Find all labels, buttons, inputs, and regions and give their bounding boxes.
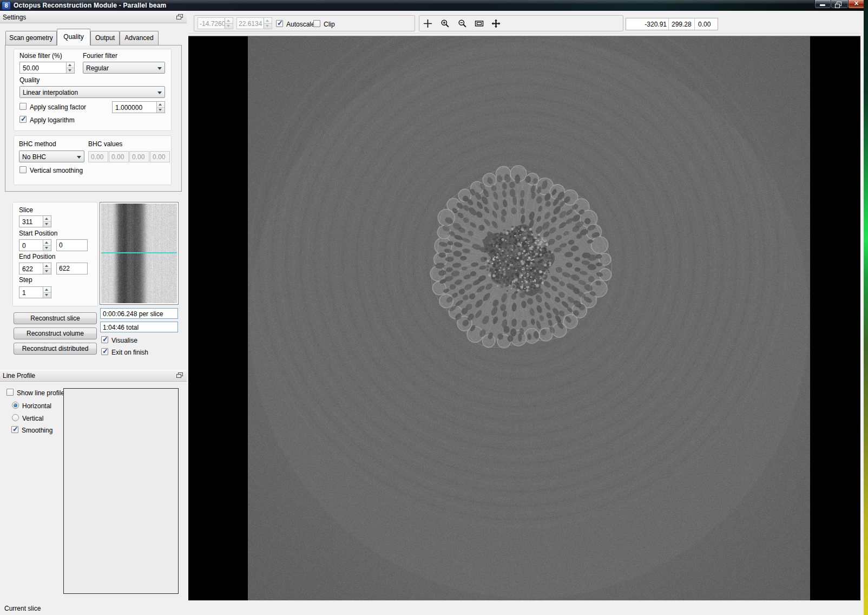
exit-on-finish-label: Exit on finish (111, 349, 148, 356)
app-icon[interactable]: 8 (2, 1, 11, 10)
tab-quality[interactable]: Quality (57, 29, 90, 45)
bhc-value-2[interactable]: 0.00 (109, 151, 129, 162)
quality-label: Quality (19, 76, 40, 84)
fourier-filter-select[interactable]: Regular (83, 62, 165, 74)
apply-scaling-checkbox[interactable] (19, 103, 27, 110)
zoom-in-icon[interactable] (440, 19, 450, 28)
vertical-label: Vertical (22, 415, 43, 422)
title-bar: 8 Octopus Reconstruction Module - Parall… (0, 0, 864, 11)
cursor-x-value: -320.91 (626, 18, 669, 30)
start-position-label: Start Position (19, 230, 57, 237)
range-max-input[interactable]: 22.6134 (236, 17, 272, 29)
settings-panel-header: Settings (0, 11, 187, 23)
horizontal-label: Horizontal (22, 402, 51, 410)
apply-logarithm-label: Apply logarithm (30, 116, 75, 124)
step-label: Step (19, 276, 32, 284)
settings-panel-title: Settings (3, 14, 26, 21)
vertical-radio[interactable] (12, 414, 19, 421)
spinner-buttons[interactable] (43, 287, 51, 298)
range-min-input[interactable]: -14.7260 (198, 17, 233, 29)
end-position-label: End Position (19, 253, 55, 260)
horizontal-radio[interactable] (12, 402, 19, 409)
reconstruct-volume-button[interactable]: Reconstruct volume (14, 328, 97, 339)
smoothing-checkbox[interactable] (11, 426, 18, 433)
vertical-smoothing-checkbox[interactable] (19, 166, 27, 173)
end-position-field2[interactable]: 622 (56, 263, 88, 274)
tab-advanced[interactable]: Advanced (120, 31, 159, 45)
reconstruct-slice-button[interactable]: Reconstruct slice (14, 312, 97, 324)
step-input[interactable]: 1 (19, 286, 51, 298)
visualise-label: Visualise (111, 337, 137, 344)
spinner-buttons[interactable] (43, 240, 51, 251)
float-panel-icon[interactable] (176, 14, 183, 20)
show-line-profile-label: Show line profile (17, 389, 64, 397)
show-line-profile-checkbox[interactable] (6, 389, 14, 396)
reconstructed-slice-image[interactable] (248, 36, 810, 600)
spinner-buttons[interactable] (225, 18, 233, 29)
time-total-field[interactable]: 1:04:46 total (100, 322, 178, 332)
spinner-buttons[interactable] (66, 62, 74, 73)
cursor-y-value: 299.28 (669, 18, 695, 30)
tab-scan-geometry[interactable]: Scan geometry (5, 31, 57, 45)
bhc-values-label: BHC values (88, 140, 122, 148)
start-position-input[interactable]: 0 (19, 239, 51, 251)
slice-input[interactable]: 311 (19, 215, 51, 227)
sinogram-preview-image[interactable] (101, 204, 177, 303)
desktop-background-edge (864, 0, 868, 615)
close-button[interactable]: × (848, 0, 865, 9)
clip-label: Clip (324, 21, 335, 28)
autoscale-label: Autoscale (286, 21, 315, 28)
quality-select[interactable]: Linear interpolation (19, 86, 165, 98)
line-profile-plot (63, 388, 179, 594)
slice-label: Slice (19, 206, 33, 214)
cursor-pixel-value: 0.00 (695, 18, 718, 30)
window-title: Octopus Reconstruction Module - Parallel… (14, 2, 166, 9)
chevron-down-icon (157, 67, 162, 70)
noise-filter-label: Noise filter (%) (19, 52, 62, 60)
toolbar-separator (188, 33, 860, 34)
visualise-checkbox[interactable] (101, 336, 108, 343)
spinner-buttons[interactable] (43, 263, 51, 274)
bhc-value-3[interactable]: 0.00 (129, 151, 149, 162)
crosshair-icon[interactable] (423, 19, 432, 28)
reconstruction-viewer[interactable] (188, 36, 860, 600)
close-icon: × (849, 0, 864, 8)
smoothing-label: Smoothing (22, 427, 52, 434)
minimize-icon (820, 4, 825, 6)
zoom-out-icon[interactable] (458, 19, 467, 28)
apply-scaling-label: Apply scaling factor (30, 103, 86, 111)
current-slice-status-label: Current slice (4, 605, 41, 612)
autoscale-checkbox[interactable] (276, 20, 283, 27)
zoom-region-icon[interactable] (475, 19, 484, 28)
end-position-input[interactable]: 622 (19, 263, 51, 274)
pan-icon[interactable] (491, 19, 501, 28)
exit-on-finish-checkbox[interactable] (101, 348, 108, 355)
application-window: 8 Octopus Reconstruction Module - Parall… (0, 0, 868, 615)
reconstruct-distributed-button[interactable]: Reconstruct distributed (14, 343, 97, 355)
line-profile-title: Line Profile (3, 372, 35, 380)
bhc-method-select[interactable]: No BHC (19, 151, 84, 162)
restore-button[interactable] (831, 0, 849, 9)
cursor-coordinates-readout: -320.91 299.28 0.00 (626, 18, 718, 30)
spinner-buttons[interactable] (264, 18, 272, 29)
minimize-button[interactable] (814, 0, 831, 9)
bhc-value-4[interactable]: 0.00 (150, 151, 170, 162)
start-position-field2[interactable]: 0 (56, 239, 88, 251)
clip-checkbox[interactable] (313, 20, 320, 27)
tab-output[interactable]: Output (90, 31, 120, 45)
time-per-slice-field[interactable]: 0:00:06.248 per slice (100, 308, 178, 319)
sinogram-preview[interactable] (100, 202, 179, 305)
vertical-smoothing-label: Vertical smoothing (30, 167, 83, 174)
restore-icon (837, 2, 841, 6)
line-profile-panel-header: Line Profile (0, 370, 187, 382)
bhc-value-1[interactable]: 0.00 (88, 151, 108, 162)
noise-filter-input[interactable]: 50.00 (19, 62, 75, 74)
spinner-buttons[interactable] (156, 102, 165, 113)
bhc-method-label: BHC method (19, 140, 56, 148)
fourier-filter-label: Fourier filter (83, 52, 117, 60)
scaling-factor-input[interactable]: 1.000000 (112, 101, 165, 113)
spinner-buttons[interactable] (43, 216, 51, 227)
apply-logarithm-checkbox[interactable] (19, 116, 27, 123)
float-panel-icon[interactable] (176, 372, 183, 378)
chevron-down-icon (77, 156, 81, 159)
